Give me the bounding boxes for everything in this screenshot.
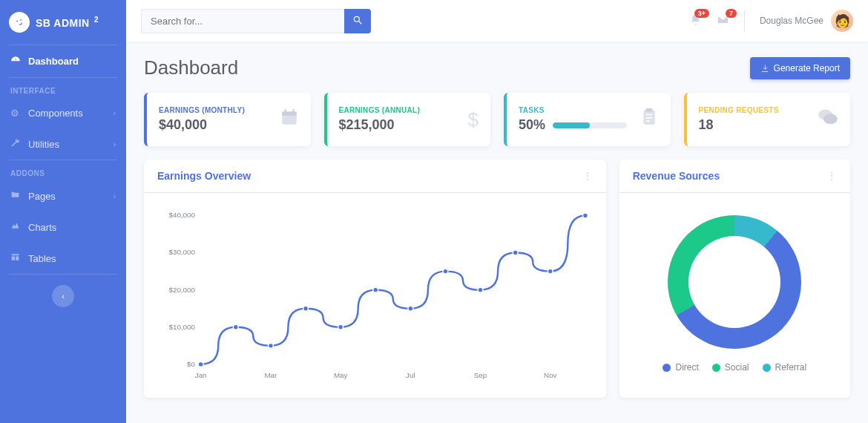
user-menu[interactable]: Douglas McGee 🧑 — [760, 10, 853, 32]
stat-value: 50% — [519, 117, 545, 133]
svg-text:$30,000: $30,000 — [169, 248, 196, 256]
brand-laugh-icon — [7, 10, 32, 35]
search-button[interactable] — [344, 9, 371, 33]
svg-point-29 — [303, 306, 309, 311]
panel-menu-button[interactable]: ⋮ — [826, 170, 837, 182]
svg-text:May: May — [334, 371, 348, 379]
panel-title: Revenue Sources — [633, 170, 720, 182]
svg-point-0 — [13, 16, 26, 29]
download-icon — [760, 64, 769, 73]
folder-icon — [10, 190, 21, 202]
chevron-right-icon: › — [114, 192, 116, 200]
sidebar-item-label: Components — [28, 108, 83, 119]
svg-rect-10 — [645, 114, 652, 115]
svg-text:$0: $0 — [187, 360, 195, 368]
table-icon — [10, 252, 21, 264]
clipboard-icon — [640, 108, 659, 132]
svg-text:Nov: Nov — [544, 371, 556, 379]
alerts-button[interactable]: 3+ — [689, 13, 702, 29]
svg-rect-7 — [292, 109, 294, 113]
chevron-left-icon: ‹ — [62, 292, 65, 301]
svg-point-32 — [408, 306, 413, 311]
sidebar-item-utilities[interactable]: Utilities › — [0, 128, 126, 160]
tachometer-icon — [10, 55, 21, 68]
stat-label: EARNINGS (ANNUAL) — [339, 106, 421, 114]
svg-point-34 — [478, 287, 483, 292]
revenue-donut-chart — [668, 215, 801, 349]
brand[interactable]: SB ADMIN 2 — [0, 0, 126, 45]
panel-menu-button[interactable]: ⋮ — [582, 170, 593, 182]
svg-text:$40,000: $40,000 — [169, 211, 196, 219]
sidebar-item-charts[interactable]: Charts — [0, 212, 126, 243]
stat-label: EARNINGS (MONTHLY) — [159, 106, 245, 114]
svg-point-31 — [373, 287, 378, 292]
username: Douglas McGee — [760, 16, 823, 26]
stat-value: $40,000 — [159, 117, 245, 133]
sidebar-heading-interface: INTERFACE — [0, 78, 126, 98]
page-title: Dashboard — [144, 56, 238, 79]
sidebar-item-label: Pages — [28, 191, 56, 202]
svg-point-36 — [548, 269, 553, 274]
svg-text:Jul: Jul — [406, 371, 415, 379]
stat-label: PENDING REQUESTS — [699, 106, 779, 114]
stat-card-pending: PENDING REQUESTS 18 — [684, 93, 851, 146]
svg-point-35 — [513, 250, 518, 255]
svg-text:Jan: Jan — [195, 371, 207, 379]
revenue-sources-panel: Revenue Sources ⋮ Direct Social Referral — [619, 160, 850, 398]
svg-line-3 — [359, 21, 362, 24]
chart-area-icon — [10, 221, 21, 233]
svg-point-2 — [354, 16, 359, 22]
stat-card-tasks: TASKS 50% — [504, 93, 671, 146]
stat-card-earnings-annual: EARNINGS (ANNUAL) $215,000 $ — [324, 93, 491, 146]
svg-point-33 — [443, 269, 448, 274]
sidebar-item-pages[interactable]: Pages › — [0, 180, 126, 212]
legend: Direct Social Referral — [662, 362, 806, 373]
topbar: 3+ 7 Douglas McGee 🧑 — [126, 0, 868, 42]
sidebar-item-label: Utilities — [28, 139, 59, 150]
generate-report-button[interactable]: Generate Report — [750, 57, 850, 79]
svg-point-30 — [338, 324, 343, 329]
brand-sup: 2 — [94, 16, 99, 24]
sidebar-item-dashboard[interactable]: Dashboard — [0, 45, 126, 77]
chevron-right-icon: › — [114, 109, 116, 117]
search-icon — [352, 15, 363, 25]
progress-bar — [553, 122, 627, 128]
svg-rect-5 — [282, 111, 297, 115]
search-form — [141, 9, 371, 33]
stat-label: TASKS — [519, 106, 640, 114]
svg-text:Sep: Sep — [474, 371, 487, 379]
avatar: 🧑 — [831, 10, 853, 32]
legend-item-referral: Referral — [763, 362, 807, 373]
sidebar-item-label: Tables — [28, 253, 56, 264]
stat-card-earnings-monthly: EARNINGS (MONTHLY) $40,000 — [144, 93, 311, 146]
messages-button[interactable]: 7 — [717, 13, 729, 29]
svg-point-26 — [198, 361, 203, 367]
sidebar: SB ADMIN 2 Dashboard INTERFACE ⚙ Compone… — [0, 0, 126, 423]
sidebar-item-tables[interactable]: Tables — [0, 243, 126, 274]
comments-icon — [818, 107, 838, 133]
cog-icon: ⚙ — [10, 108, 21, 119]
messages-badge: 7 — [726, 9, 737, 18]
panel-title: Earnings Overview — [157, 170, 251, 182]
sidebar-heading-addons: ADDONS — [0, 160, 126, 180]
svg-rect-11 — [645, 117, 652, 119]
calendar-icon — [280, 108, 299, 132]
search-input[interactable] — [141, 9, 344, 33]
svg-rect-6 — [284, 109, 286, 113]
brand-name: SB ADMIN — [36, 17, 90, 29]
svg-rect-12 — [645, 120, 649, 122]
svg-point-27 — [233, 324, 238, 329]
legend-item-direct: Direct — [662, 362, 698, 373]
svg-text:$10,000: $10,000 — [169, 323, 196, 331]
chevron-right-icon: › — [114, 140, 116, 148]
earnings-line-chart: $0$10,000$20,000$30,000$40,000JanMarMayJ… — [157, 206, 593, 384]
svg-text:Mar: Mar — [264, 371, 277, 379]
sidebar-item-components[interactable]: ⚙ Components › — [0, 98, 126, 128]
alerts-badge: 3+ — [694, 9, 709, 18]
svg-point-28 — [268, 343, 273, 348]
legend-item-social: Social — [712, 362, 749, 373]
dollar-icon: $ — [468, 108, 479, 131]
sidebar-item-label: Dashboard — [28, 56, 79, 67]
svg-rect-9 — [645, 108, 652, 111]
sidebar-toggle-button[interactable]: ‹ — [52, 285, 74, 307]
